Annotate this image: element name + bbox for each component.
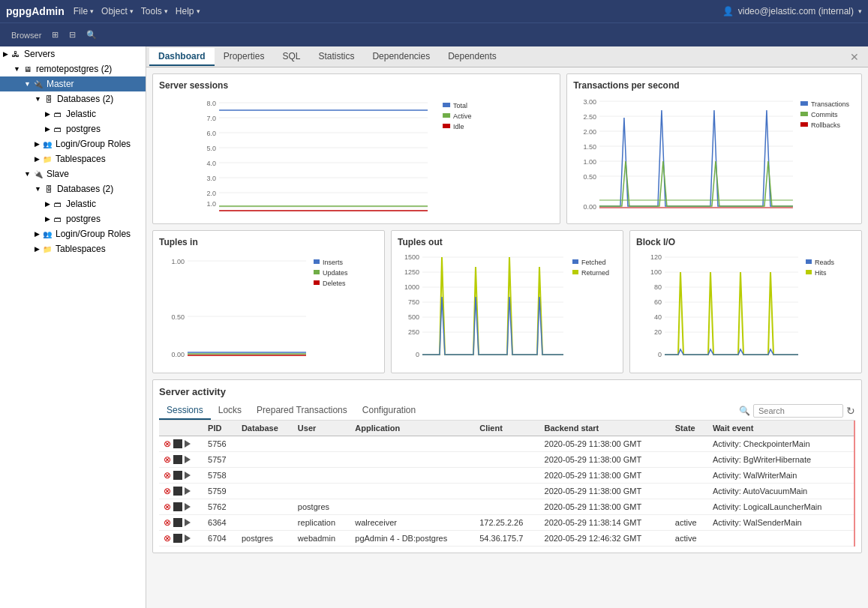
stop-icon[interactable]: ⊗ (164, 486, 171, 496)
activity-tab-sessions[interactable]: Sessions (159, 402, 211, 420)
svg-text:Inserts: Inserts (323, 259, 344, 266)
svg-text:Commits: Commits (811, 111, 838, 118)
activity-search-input[interactable] (753, 404, 843, 418)
block-icon[interactable] (173, 487, 182, 496)
db-icon: 🗃 (52, 198, 64, 210)
sidebar-item-tablespaces-master[interactable]: ▶ 📁 Tablespaces (0, 151, 146, 166)
browser-button[interactable]: Browser (6, 28, 47, 42)
cell-database (237, 499, 293, 515)
block-icon[interactable] (173, 439, 182, 448)
cell-client (475, 452, 539, 468)
databases-master-label: Databases (2) (57, 94, 113, 104)
user-menu[interactable]: 👤 video@jelastic.com (internal) ▾ (722, 6, 862, 16)
tablespace-icon: 📁 (41, 153, 53, 165)
sidebar-item-roles-master[interactable]: ▶ 👥 Login/Group Roles (0, 136, 146, 151)
tab-properties[interactable]: Properties (215, 48, 274, 66)
play-icon[interactable] (185, 487, 191, 495)
cell-application (350, 452, 475, 468)
sidebar-item-tablespaces-slave[interactable]: ▶ 📁 Tablespaces (0, 241, 146, 256)
cell-user (293, 468, 350, 484)
tab-dashboard[interactable]: Dashboard (149, 48, 215, 66)
row-actions: ⊗ (159, 436, 203, 452)
col-actions (159, 421, 203, 436)
sidebar-item-jelastic-slave[interactable]: ▶ 🗃 Jelastic (0, 196, 146, 211)
menu-file[interactable]: File ▾ (74, 6, 94, 16)
cell-wait-event: Activity: WalSenderMain (708, 515, 854, 531)
sidebar-item-databases-master[interactable]: ▼ 🗄 Databases (2) (0, 91, 146, 106)
tab-sql[interactable]: SQL (273, 48, 309, 66)
block-icon[interactable] (173, 518, 182, 527)
tab-dependents[interactable]: Dependents (439, 48, 506, 66)
sidebar-item-roles-slave[interactable]: ▶ 👥 Login/Group Roles (0, 226, 146, 241)
activity-tab-locks[interactable]: Locks (211, 402, 249, 420)
postgres-master-label: postgres (66, 124, 101, 134)
tab-statistics[interactable]: Statistics (309, 48, 363, 66)
transactions-chart: 3.00 2.50 2.00 1.50 1.00 0.50 0.00 (573, 95, 855, 217)
play-icon[interactable] (185, 535, 191, 542)
db-icon: 🗃 (52, 123, 64, 135)
cell-state: active (671, 531, 708, 547)
menu-tools[interactable]: Tools ▾ (141, 6, 168, 16)
roles-slave-label: Login/Group Roles (56, 229, 131, 239)
table-row: ⊗ 5757 2020-05-29 11:38:00 GMT Activity:… (159, 452, 854, 468)
sidebar-item-jelastic-master[interactable]: ▶ 🗃 Jelastic (0, 106, 146, 121)
sidebar-item-remotepostgres[interactable]: ▼ 🖥 remotepostgres (2) (0, 61, 146, 76)
cell-wait-event: Activity: WalWriterMain (708, 468, 854, 484)
stop-icon[interactable]: ⊗ (164, 502, 171, 512)
stop-icon[interactable]: ⊗ (164, 517, 171, 528)
sidebar-item-databases-slave[interactable]: ▼ 🗄 Databases (2) (0, 181, 146, 196)
block-icon[interactable] (173, 471, 182, 480)
tuples-out-svg: 1500 1250 1000 750 500 250 0 (398, 252, 617, 364)
sidebar-item-master[interactable]: ▼ 🔌 Master (0, 76, 146, 91)
activity-tab-prepared-transactions[interactable]: Prepared Transactions (249, 402, 355, 420)
play-icon[interactable] (185, 519, 191, 526)
table-view-button[interactable]: ⊞ (47, 28, 64, 42)
col-wait-event[interactable]: Wait event (708, 421, 854, 436)
sidebar-item-postgres-master[interactable]: ▶ 🗃 postgres (0, 121, 146, 136)
sidebar-item-servers[interactable]: ▶ 🖧 Servers (0, 46, 146, 61)
jelastic-slave-label: Jelastic (66, 199, 96, 209)
block-icon[interactable] (173, 534, 182, 543)
stop-icon[interactable]: ⊗ (164, 533, 171, 544)
db-icon: 🗃 (52, 108, 64, 120)
block-icon[interactable] (173, 455, 182, 464)
cell-user: replication (293, 515, 350, 531)
stop-icon[interactable]: ⊗ (164, 454, 171, 465)
search-button[interactable]: 🔍 (81, 28, 102, 42)
menu-help[interactable]: Help ▾ (176, 6, 200, 16)
expand-roles-slave: ▶ (35, 230, 40, 238)
server-activity-panel: Server activity Sessions Locks Prepared … (152, 379, 862, 553)
svg-text:0: 0 (658, 351, 662, 358)
tuples-out-panel: Tuples out 1500 1250 1000 750 500 250 0 (391, 230, 623, 373)
refresh-button[interactable]: ↻ (846, 405, 855, 417)
activity-tab-configuration[interactable]: Configuration (355, 402, 423, 420)
row-actions: ⊗ (159, 452, 203, 468)
col-backend-start[interactable]: Backend start (540, 421, 671, 436)
col-database[interactable]: Database (237, 421, 293, 436)
svg-rect-16 (443, 103, 450, 107)
stop-icon[interactable]: ⊗ (164, 470, 171, 481)
play-icon[interactable] (185, 503, 191, 511)
block-icon[interactable] (173, 502, 182, 511)
tab-dependencies[interactable]: Dependencies (363, 48, 439, 66)
table-row: ⊗ 5758 2020-05-29 11:38:00 GMT Activity:… (159, 468, 854, 484)
server-sessions-chart: 8.0 7.0 6.0 5.0 4.0 3.0 2.0 1.0 (159, 95, 554, 217)
col-pid[interactable]: PID (203, 421, 237, 436)
col-user[interactable]: User (293, 421, 350, 436)
col-state[interactable]: State (671, 421, 708, 436)
col-client[interactable]: Client (475, 421, 539, 436)
stop-icon[interactable]: ⊗ (164, 439, 171, 449)
play-icon[interactable] (185, 472, 191, 479)
sidebar-item-postgres-slave[interactable]: ▶ 🗃 postgres (0, 211, 146, 226)
play-icon[interactable] (185, 456, 191, 463)
svg-text:1.0: 1.0 (207, 200, 217, 208)
sidebar-item-slave[interactable]: ▼ 🔌 Slave (0, 166, 146, 181)
svg-text:Active: Active (453, 112, 472, 120)
menu-object[interactable]: Object ▾ (101, 6, 134, 16)
search-icon: 🔍 (739, 406, 750, 416)
column-view-button[interactable]: ⊟ (64, 28, 81, 42)
tab-close-button[interactable]: ✕ (844, 48, 865, 66)
svg-text:1500: 1500 (404, 253, 419, 261)
play-icon[interactable] (185, 440, 191, 448)
col-application[interactable]: Application (350, 421, 475, 436)
